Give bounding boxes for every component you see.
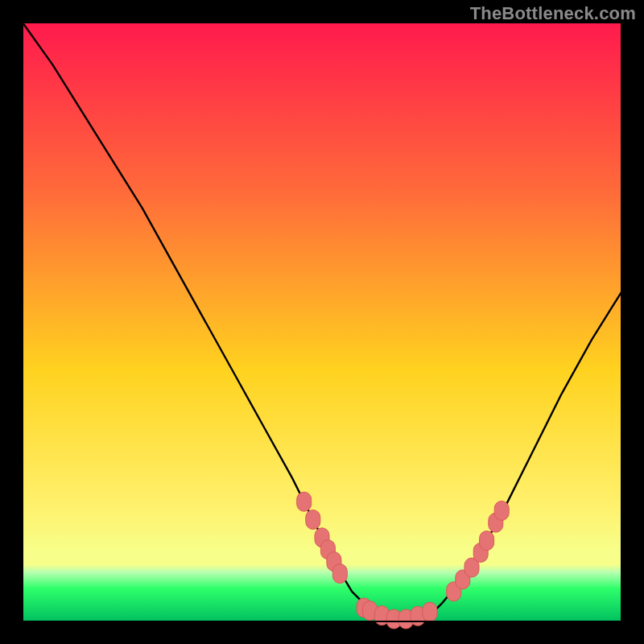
marker-pill-right (494, 501, 509, 520)
marker-pill-left (332, 564, 347, 584)
marker-pill-right (480, 531, 494, 551)
chart-frame: TheBottleneck.com (0, 0, 644, 644)
marker-pill-left (297, 492, 312, 511)
marker-pill-left (306, 510, 320, 530)
bottleneck-chart (0, 0, 644, 644)
marker-pill-floor (423, 602, 437, 621)
